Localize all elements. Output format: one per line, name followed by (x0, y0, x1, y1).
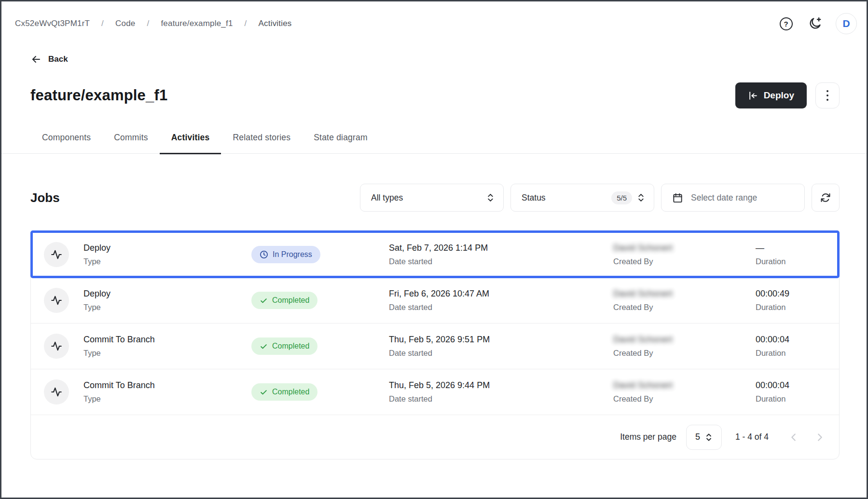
pagination: Items per page 5 1 - 4 of 4 (31, 415, 839, 459)
calendar-icon (672, 192, 683, 203)
job-type: Commit To Branch (83, 335, 251, 345)
tab-related-stories[interactable]: Related stories (221, 133, 302, 153)
status-count-badge: 5/5 (611, 191, 632, 204)
job-date-label: Date started (389, 394, 613, 404)
job-type-label: Type (83, 394, 251, 404)
job-date-label: Date started (389, 349, 613, 358)
refresh-icon (820, 192, 831, 203)
theme-toggle-button[interactable] (807, 15, 823, 32)
title-row: feature/example_f1 Deploy (1, 82, 867, 108)
job-date-label: Date started (389, 303, 613, 312)
job-date: Fri, Feb 6, 2026 10:47 AM (389, 289, 613, 299)
topbar-icons: ? D (778, 13, 857, 34)
topbar: Cx52eWvQt3PM1rT / Code / feature/example… (1, 1, 867, 34)
job-row-2[interactable]: Deploy Type Completed Fri, Feb 6, 2026 1… (31, 277, 839, 323)
job-date: Thu, Feb 5, 2026 9:44 PM (389, 380, 613, 391)
job-type-label: Type (83, 257, 251, 266)
breadcrumb-project[interactable]: Cx52eWvQt3PM1rT (15, 19, 90, 28)
help-button[interactable]: ? (778, 15, 794, 32)
job-created-by-label: Created By (613, 394, 756, 404)
help-icon: ? (780, 17, 793, 30)
job-date: Thu, Feb 5, 2026 9:51 PM (389, 335, 613, 345)
back-button[interactable]: Back (30, 54, 68, 65)
breadcrumb-code[interactable]: Code (115, 19, 135, 28)
filters: All types Status 5/5 Select date range (360, 184, 840, 212)
job-row-3[interactable]: Commit To Branch Type Completed Thu, Feb… (31, 323, 839, 369)
status-filter-select[interactable]: Status 5/5 (510, 184, 654, 212)
job-row-4[interactable]: Commit To Branch Type Completed Thu, Feb… (31, 369, 839, 415)
job-duration: 00:00:04 (756, 380, 839, 391)
chevron-left-icon (788, 432, 799, 443)
job-row-1[interactable]: Deploy Type In Progress Sat, Feb 7, 2026… (31, 231, 839, 277)
job-duration-label: Duration (756, 257, 839, 266)
type-filter-select[interactable]: All types (360, 184, 504, 212)
date-range-picker[interactable]: Select date range (661, 184, 805, 212)
items-per-page-stepper[interactable]: 5 (686, 425, 722, 450)
prev-page-button[interactable] (785, 429, 802, 446)
status-filter-label: Status (522, 193, 606, 203)
job-created-by-label: Created By (613, 257, 756, 266)
job-type: Deploy (83, 289, 251, 299)
job-type-label: Type (83, 349, 251, 358)
job-created-by: David Schonert (613, 289, 756, 299)
breadcrumb-separator: / (101, 19, 104, 28)
job-date-label: Date started (389, 257, 613, 266)
deploy-button[interactable]: Deploy (735, 82, 807, 108)
check-icon (260, 342, 268, 351)
chevron-updown-icon (705, 432, 713, 442)
jobs-heading: Jobs (30, 190, 60, 205)
activity-icon (44, 379, 69, 405)
items-per-page-label: Items per page (620, 432, 676, 442)
type-filter-value: All types (371, 193, 482, 203)
tab-components[interactable]: Components (30, 133, 102, 153)
job-created-by-label: Created By (613, 303, 756, 312)
chevron-right-icon (814, 432, 825, 443)
avatar-initial: D (842, 18, 850, 29)
clock-icon (260, 250, 268, 259)
refresh-button[interactable] (812, 184, 840, 212)
tab-commits[interactable]: Commits (102, 133, 159, 153)
job-type: Commit To Branch (83, 380, 251, 391)
job-duration: 00:00:49 (756, 289, 839, 299)
job-type: Deploy (83, 243, 251, 253)
status-badge: Completed (251, 292, 317, 309)
deploy-label: Deploy (764, 90, 794, 101)
breadcrumb-activities[interactable]: Activities (259, 19, 292, 28)
job-created-by: David Schonert (613, 243, 756, 253)
job-type-label: Type (83, 303, 251, 312)
breadcrumb: Cx52eWvQt3PM1rT / Code / feature/example… (15, 19, 292, 28)
more-actions-button[interactable] (815, 82, 840, 108)
job-duration-label: Duration (756, 349, 839, 358)
status-badge: In Progress (251, 246, 320, 263)
job-created-by: David Schonert (613, 380, 756, 391)
job-duration: 00:00:04 (756, 335, 839, 345)
jobs-header: Jobs All types Status 5/5 Sele (1, 184, 867, 212)
title-actions: Deploy (735, 82, 840, 108)
tab-activities[interactable]: Activities (160, 133, 221, 153)
page-title: feature/example_f1 (30, 87, 167, 104)
breadcrumb-separator: / (147, 19, 149, 28)
back-label: Back (48, 54, 68, 64)
check-icon (260, 297, 268, 305)
tab-bar: Components Commits Activities Related st… (1, 133, 867, 154)
moon-plus-icon (808, 16, 822, 31)
check-icon (260, 388, 268, 396)
deploy-icon (748, 91, 758, 101)
items-per-page-value: 5 (695, 432, 700, 442)
activity-icon (44, 334, 69, 359)
arrow-left-icon (30, 54, 42, 65)
job-duration: — (756, 243, 839, 253)
next-page-button[interactable] (811, 429, 828, 446)
status-badge: Completed (251, 337, 317, 355)
job-date: Sat, Feb 7, 2026 1:14 PM (389, 243, 613, 253)
jobs-card: Deploy Type In Progress Sat, Feb 7, 2026… (30, 231, 840, 459)
activity-icon (44, 288, 69, 313)
date-range-placeholder: Select date range (691, 193, 796, 203)
breadcrumb-branch[interactable]: feature/example_f1 (161, 19, 233, 28)
avatar[interactable]: D (836, 13, 857, 34)
job-created-by: David Schonert (613, 335, 756, 345)
tab-state-diagram[interactable]: State diagram (302, 133, 379, 153)
page-range: 1 - 4 of 4 (735, 432, 769, 442)
activity-icon (44, 242, 69, 267)
chevron-updown-icon (637, 192, 645, 203)
